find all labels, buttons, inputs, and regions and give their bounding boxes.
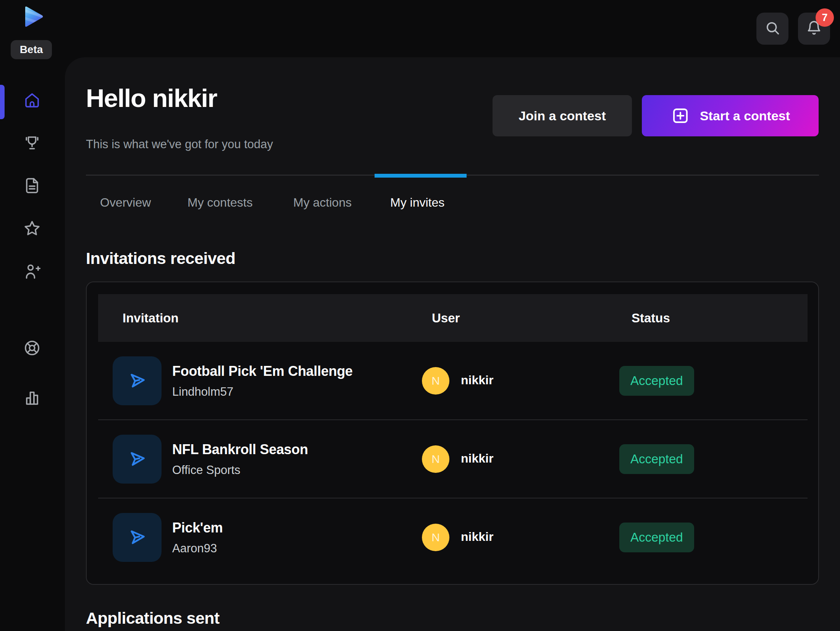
row-divider [98, 419, 808, 420]
tab-my-actions[interactable]: My actions [293, 196, 352, 210]
search-button[interactable] [756, 13, 788, 45]
status-badge: Accepted [619, 444, 694, 474]
invitation-title: NFL Bankroll Season [172, 442, 308, 458]
page-subtitle: This is what we've got for you today [86, 138, 273, 151]
sidebar-item-entries[interactable] [23, 177, 41, 196]
splash-logo-icon [21, 5, 45, 29]
beta-badge-label: Beta [20, 44, 43, 56]
start-contest-button[interactable]: Start a contest [642, 95, 819, 136]
applications-sent-title: Applications sent [86, 609, 220, 628]
tab-my-invites[interactable]: My invites [390, 196, 444, 210]
invitation-subtitle: Lindholm57 [172, 385, 353, 399]
bar-chart-icon [23, 389, 41, 409]
sidebar-active-indicator [0, 85, 5, 119]
user-name: nikkir [461, 451, 493, 466]
invitation-title: Football Pick 'Em Challenge [172, 363, 353, 379]
send-icon [113, 435, 162, 484]
tab-my-contests[interactable]: My contests [187, 196, 253, 210]
active-tab-indicator [375, 174, 467, 178]
beta-badge: Beta [11, 40, 52, 59]
user-avatar: N [422, 367, 449, 395]
tab-overview[interactable]: Overview [100, 196, 151, 210]
column-header-user: User [432, 294, 460, 342]
sidebar-item-contests[interactable] [23, 134, 41, 153]
app-window: Beta 7 Hello nikkir This is what we've g… [0, 0, 840, 631]
avatar-initial: N [431, 453, 440, 466]
notification-count: 7 [822, 12, 827, 24]
trophy-icon [23, 134, 41, 154]
invitation-row[interactable]: Pick'em Aaron93 N nikkir Accepted [87, 498, 819, 576]
status-badge: Accepted [619, 523, 694, 552]
invitation-title: Pick'em [172, 520, 223, 536]
invitations-received-title: Invitations received [86, 249, 236, 268]
invitation-subtitle: Office Sports [172, 463, 308, 477]
start-contest-label: Start a contest [700, 108, 790, 123]
sidebar-item-help[interactable] [23, 340, 41, 358]
status-badge: Accepted [619, 366, 694, 396]
user-avatar: N [422, 524, 449, 551]
notification-count-badge: 7 [816, 8, 834, 27]
send-icon [113, 513, 162, 562]
join-contest-button[interactable]: Join a contest [493, 95, 632, 136]
star-icon [23, 219, 41, 239]
file-text-icon [23, 176, 41, 196]
page-title: Hello nikkir [86, 83, 217, 113]
invitations-table-card: Invitation User Status Football Pick 'Em… [86, 282, 819, 585]
sidebar-item-favorites[interactable] [23, 220, 41, 238]
sidebar-item-home[interactable] [23, 92, 41, 110]
user-name: nikkir [461, 373, 493, 387]
plus-square-icon [670, 106, 690, 126]
avatar-initial: N [431, 531, 440, 544]
home-icon [23, 91, 41, 111]
sidebar-item-invite-friends[interactable] [23, 263, 41, 281]
invitation-row[interactable]: Football Pick 'Em Challenge Lindholm57 N… [87, 342, 819, 420]
sidebar-item-stats[interactable] [23, 390, 41, 408]
user-name: nikkir [461, 530, 493, 544]
user-avatar: N [422, 445, 449, 473]
join-contest-label: Join a contest [519, 108, 606, 123]
send-icon [113, 356, 162, 405]
user-plus-icon [23, 262, 41, 282]
invitation-subtitle: Aaron93 [172, 542, 223, 555]
table-header-row: Invitation User Status [98, 294, 808, 342]
search-icon [764, 20, 780, 37]
row-divider [98, 498, 808, 498]
life-buoy-icon [23, 339, 41, 359]
avatar-initial: N [431, 374, 440, 387]
invitation-row[interactable]: NFL Bankroll Season Office Sports N nikk… [87, 420, 819, 498]
column-header-invitation: Invitation [123, 294, 179, 342]
column-header-status: Status [632, 294, 670, 342]
